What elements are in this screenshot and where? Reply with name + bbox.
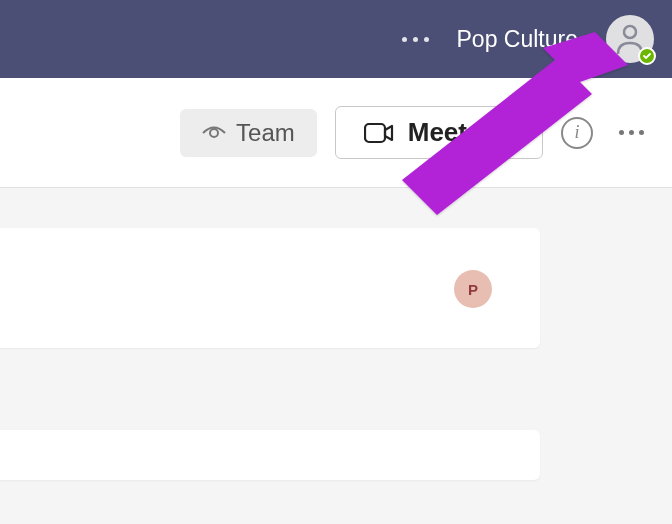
meet-button[interactable]: Meet	[335, 106, 543, 159]
toolbar-more-icon[interactable]	[611, 122, 652, 143]
message-card[interactable]: P	[0, 228, 540, 348]
meet-label: Meet	[408, 117, 467, 148]
reaction-avatar[interactable]: P	[454, 270, 492, 308]
chevron-down-icon[interactable]	[481, 128, 514, 138]
team-button[interactable]: Team	[180, 109, 317, 157]
titlebar-more-icon[interactable]	[402, 37, 429, 42]
presence-available-icon	[638, 47, 656, 65]
channel-toolbar: Team Meet i	[0, 78, 672, 188]
messages-area: P	[0, 188, 672, 524]
info-icon: i	[574, 122, 579, 143]
svg-point-0	[624, 26, 636, 38]
info-button[interactable]: i	[561, 117, 593, 149]
avatar-initial: P	[468, 281, 478, 298]
eye-icon	[202, 124, 226, 142]
video-icon	[364, 122, 394, 144]
svg-rect-2	[365, 124, 385, 142]
message-card[interactable]	[0, 430, 540, 480]
team-label: Team	[236, 119, 295, 147]
profile-avatar[interactable]	[606, 15, 654, 63]
svg-point-1	[210, 129, 218, 137]
channel-title: Pop Culture	[457, 26, 578, 53]
title-bar: Pop Culture	[0, 0, 672, 78]
